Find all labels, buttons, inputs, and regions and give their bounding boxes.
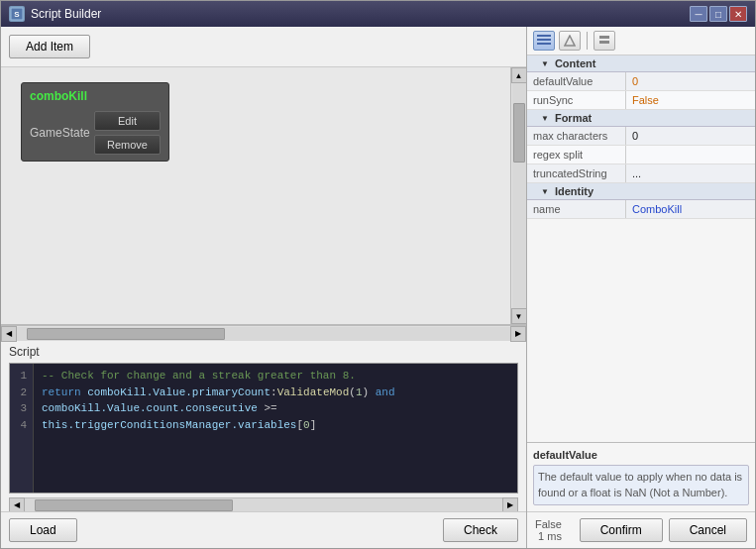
canvas-horiz-scroll[interactable]: ◀ ▶ [1, 325, 526, 341]
remove-item-button[interactable]: Remove [94, 135, 161, 155]
props-toolbar-sep [587, 32, 588, 50]
edit-item-button[interactable]: Edit [94, 111, 161, 131]
svg-text:S: S [14, 10, 20, 19]
scroll-track[interactable] [512, 83, 526, 308]
window-title: Script Builder [31, 7, 101, 21]
code-horiz-scroll[interactable]: ◀ ▶ [9, 497, 518, 511]
props-row-name: name ComboKill [527, 200, 755, 219]
code-var-1: comboKill.Value.primaryCount [87, 386, 270, 398]
props-view-btn-3[interactable] [594, 31, 615, 51]
main-window: S Script Builder ─ □ ✕ Add Item comboKil… [0, 0, 756, 549]
props-section-header-identity[interactable]: Identity [527, 183, 755, 200]
item-node-combokill: comboKill GameState Edit Remove [21, 82, 169, 162]
scroll-down-btn[interactable]: ▼ [511, 308, 527, 324]
props-val-name[interactable]: ComboKill [626, 200, 755, 218]
item-node-label: GameState [30, 126, 90, 140]
main-content: Add Item comboKill GameState Edit Remove [1, 27, 755, 548]
scroll-thumb[interactable] [513, 103, 525, 163]
status-ms: 1 ms [535, 530, 562, 542]
bottom-right: Check [443, 518, 518, 542]
props-val-runsync[interactable]: False [626, 91, 755, 109]
add-item-button[interactable]: Add Item [9, 35, 90, 58]
toolbar: Add Item [1, 27, 526, 67]
svg-rect-6 [599, 36, 609, 39]
status-area: False 1 ms [535, 518, 570, 542]
props-key-truncated: truncatedString [527, 165, 626, 182]
props-section-identity: Identity name ComboKill [527, 183, 755, 219]
svg-rect-4 [537, 43, 551, 45]
props-desc-text: The default value to apply when no data … [533, 465, 749, 505]
props-view-btn-2[interactable] [559, 31, 581, 51]
horiz-scroll-thumb[interactable] [27, 328, 225, 340]
right-panel: Content defaultValue 0 runSync False For… [527, 27, 755, 548]
load-button[interactable]: Load [9, 518, 77, 542]
props-key-maxchars: max characters [527, 127, 626, 145]
cancel-button[interactable]: Cancel [669, 518, 747, 542]
script-editor: Script 1 2 3 4 -- Check for change and a… [1, 341, 526, 511]
scroll-left-btn[interactable]: ◀ [1, 326, 17, 342]
props-row-maxchars: max characters 0 [527, 127, 755, 146]
props-val-regexsplit[interactable] [626, 146, 755, 164]
code-line-2: return comboKill.Value.primaryCount:Vali… [42, 384, 509, 401]
code-line-3: comboKill.Value.count.consecutive >= [42, 400, 509, 417]
props-row-regexsplit: regex split [527, 146, 755, 165]
title-controls: ─ □ ✕ [690, 6, 747, 22]
code-scroll-right[interactable]: ▶ [502, 497, 518, 512]
svg-rect-7 [599, 41, 609, 44]
props-val-defaultvalue[interactable]: 0 [626, 72, 755, 90]
item-node-title: comboKill [26, 87, 164, 105]
bottom-bar: Load Check [1, 511, 526, 548]
props-description: defaultValue The default value to apply … [527, 442, 755, 511]
code-comment-1: -- Check for change and a streak greater… [42, 370, 356, 382]
props-key-runsync: runSync [527, 91, 626, 109]
horiz-scroll-track[interactable] [17, 327, 510, 341]
props-row-defaultvalue: defaultValue 0 [527, 72, 755, 91]
scroll-right-btn[interactable]: ▶ [510, 326, 526, 342]
scroll-up-btn[interactable]: ▲ [511, 67, 527, 83]
props-grid: Content defaultValue 0 runSync False For… [527, 55, 755, 442]
script-label: Script [1, 341, 526, 363]
code-line-4: this.triggerConditionsManager.variables[… [42, 417, 509, 434]
code-line-1: -- Check for change and a streak greater… [42, 368, 509, 384]
props-key-defaultvalue: defaultValue [527, 72, 626, 90]
svg-marker-5 [565, 36, 575, 46]
svg-rect-2 [537, 35, 551, 37]
props-val-truncated[interactable]: ... [626, 165, 755, 182]
minimize-button[interactable]: ─ [690, 6, 707, 22]
check-button[interactable]: Check [443, 518, 518, 542]
item-canvas: comboKill GameState Edit Remove ▲ [1, 67, 526, 325]
props-key-regexsplit: regex split [527, 146, 626, 164]
props-section-header-content[interactable]: Content [527, 55, 755, 72]
status-false: False [535, 518, 562, 530]
maximize-button[interactable]: □ [709, 6, 727, 22]
left-panel: Add Item comboKill GameState Edit Remove [1, 27, 527, 548]
confirm-button[interactable]: Confirm [580, 518, 663, 542]
props-row-truncated: truncatedString ... [527, 165, 755, 183]
item-node-body: GameState Edit Remove [26, 109, 164, 157]
code-scroll-left[interactable]: ◀ [9, 497, 25, 512]
title-bar: S Script Builder ─ □ ✕ [1, 1, 755, 27]
app-icon: S [9, 6, 25, 22]
item-node-buttons: Edit Remove [94, 111, 161, 155]
title-bar-left: S Script Builder [9, 6, 101, 22]
code-content[interactable]: -- Check for change and a streak greater… [34, 364, 517, 493]
svg-rect-3 [537, 39, 551, 41]
props-section-format: Format max characters 0 regex split trun… [527, 110, 755, 183]
props-desc-title: defaultValue [533, 449, 749, 461]
close-button[interactable]: ✕ [729, 6, 747, 22]
props-view-btn-1[interactable] [533, 31, 555, 51]
code-horiz-track[interactable] [25, 498, 502, 512]
line-numbers: 1 2 3 4 [10, 364, 34, 493]
right-bottom-bar: False 1 ms Confirm Cancel [527, 511, 755, 548]
code-area[interactable]: 1 2 3 4 -- Check for change and a streak… [9, 363, 518, 494]
props-val-maxchars[interactable]: 0 [626, 127, 755, 145]
code-return: return [42, 386, 87, 398]
canvas-scrollbar[interactable]: ▲ ▼ [510, 67, 526, 324]
code-horiz-thumb[interactable] [35, 499, 233, 511]
props-key-name: name [527, 200, 626, 218]
bottom-left: Load [9, 518, 77, 542]
props-section-header-format[interactable]: Format [527, 110, 755, 127]
props-section-content: Content defaultValue 0 runSync False [527, 55, 755, 110]
props-row-runsync: runSync False [527, 91, 755, 110]
props-toolbar [527, 27, 755, 55]
